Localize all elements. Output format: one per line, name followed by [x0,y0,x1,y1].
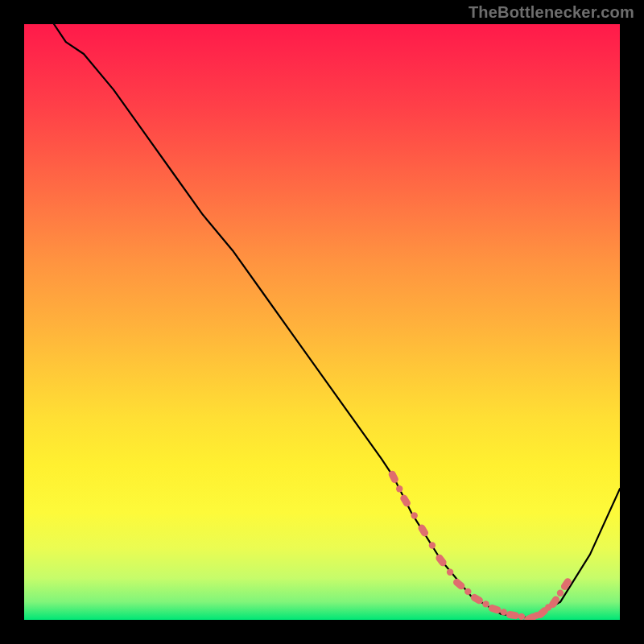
watermark-text: TheBottlenecker.com [469,3,634,22]
chart-svg [24,24,620,620]
marker-dot [482,601,489,607]
bottleneck-curve-path [54,24,620,618]
plot-area [24,24,620,620]
marker-dash [506,610,519,620]
marker-dot [411,512,418,518]
marker-dot [396,485,402,492]
marker-dot [501,609,507,615]
chart-frame: TheBottlenecker.com [0,0,644,644]
marker-dot [557,590,564,597]
marker-dot [447,569,453,576]
marker-dash [399,493,412,508]
marker-dot [429,542,436,548]
marker-dot [464,588,471,595]
marker-dot [518,613,525,620]
optimal-zone-markers [387,469,572,620]
